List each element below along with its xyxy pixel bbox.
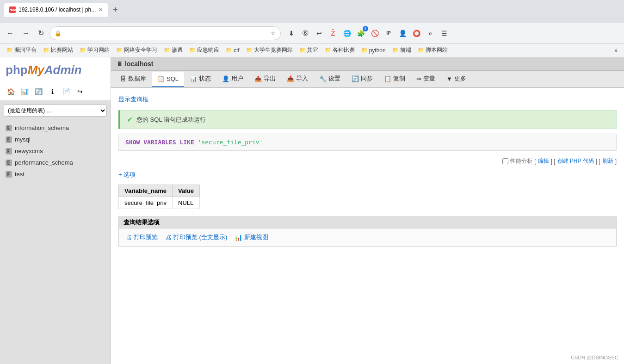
- bookmark-label: 比赛网站: [51, 46, 73, 54]
- new-view-link[interactable]: 📊 新建视图: [235, 233, 268, 241]
- logo-php: php: [6, 63, 28, 77]
- db-item-information-schema[interactable]: 🗄 information_schema: [0, 122, 111, 134]
- options-button[interactable]: + 选项: [118, 171, 136, 179]
- bookmark-incident-response[interactable]: 📁 应急响应: [186, 45, 222, 56]
- bookmark-frontend[interactable]: 📁 前端: [389, 45, 414, 56]
- bookmark-vulnerabilities[interactable]: 📁 漏洞平台: [4, 45, 39, 56]
- edit-link[interactable]: 编辑: [538, 157, 549, 165]
- exit-icon[interactable]: ↪: [75, 86, 85, 97]
- user-icon[interactable]: 👤: [396, 27, 408, 39]
- performance-label[interactable]: 性能分析: [502, 157, 532, 165]
- bookmark-label: 脚本网站: [426, 46, 448, 54]
- bookmarks-bar: 📁 漏洞平台 📁 比赛网站 📁 学习网站 📁 网络安全学习 📁 渗透 📁 应急响…: [0, 43, 624, 57]
- db-item-mysql[interactable]: 🗄 mysql: [0, 134, 111, 145]
- success-message: ✔ 您的 SQL 语句已成功运行: [118, 110, 617, 129]
- bookmark-more[interactable]: »: [612, 46, 620, 55]
- chart-icon[interactable]: 📊: [19, 86, 30, 97]
- security-icon: 🔒: [55, 30, 62, 37]
- block-icon[interactable]: 🚫: [369, 27, 381, 39]
- extensions-icon[interactable]: ⑥: [299, 27, 311, 39]
- db-item-performance-schema[interactable]: 🗄 performance_schema: [0, 157, 111, 168]
- folder-icon: 📁: [164, 47, 170, 53]
- circle-icon[interactable]: ⭕: [410, 27, 422, 39]
- results-table: Variable_name Value secure_file_priv NUL…: [118, 185, 200, 209]
- bookmark-competition[interactable]: 📁 比赛网站: [40, 45, 76, 56]
- bookmark-pentest[interactable]: 📁 渗透: [161, 45, 185, 56]
- show-query-link[interactable]: 显示查询框: [118, 93, 148, 105]
- refresh-link[interactable]: 刷新: [602, 157, 613, 165]
- sql-keyword1: SHOW VARIABLES LIKE: [125, 139, 194, 146]
- bookmark-label: python: [369, 47, 386, 54]
- menu-icon[interactable]: ☰: [438, 27, 450, 39]
- active-tab[interactable]: PMA 192.168.0.106 / localhost | ph... ✕: [4, 3, 108, 17]
- tab-export[interactable]: 📤 导出: [249, 71, 281, 87]
- tab-title: 192.168.0.106 / localhost | ph...: [19, 6, 96, 13]
- folder-icon: 📁: [299, 47, 306, 53]
- bookmark-learning[interactable]: 📁 学习网站: [77, 45, 112, 56]
- tab-import[interactable]: 📥 导入: [281, 71, 314, 87]
- watermark: CSDN @DBINGSEC: [571, 355, 618, 360]
- bookmark-python[interactable]: 📁 python: [358, 46, 389, 55]
- bookmark-university-competition[interactable]: 📁 大学生竞赛网站: [243, 45, 296, 56]
- bookmark-label: 学习网站: [87, 46, 110, 54]
- browser-chrome: PMA 192.168.0.106 / localhost | ph... ✕ …: [0, 0, 624, 23]
- tab-sync[interactable]: 🔄 同步: [346, 71, 378, 87]
- tab-settings-label: 设置: [328, 74, 340, 83]
- bookmark-star-icon[interactable]: ☆: [271, 30, 276, 37]
- tab-close-button[interactable]: ✕: [99, 7, 103, 13]
- settings-tab-icon: 🔧: [319, 75, 327, 82]
- db-item-newyxcms[interactable]: 🗄 newyxcms: [0, 145, 111, 157]
- logo-my: My: [28, 63, 44, 77]
- db-name: mysql: [15, 136, 31, 143]
- google-icon[interactable]: 🌐: [341, 27, 353, 39]
- bookmark-other[interactable]: 📁 其它: [297, 45, 321, 56]
- reload-button[interactable]: ↻: [35, 27, 47, 39]
- bookmark-various-competitions[interactable]: 📁 各种比赛: [322, 45, 358, 56]
- server-icon: 🖥: [117, 61, 122, 67]
- bookmark-label: 应急响应: [197, 46, 219, 54]
- print-preview-fulltext-link[interactable]: 🖨 打印预览 (全文显示): [165, 233, 227, 241]
- tab-more[interactable]: ▼ 更多: [441, 71, 472, 87]
- bookmark-label: 网络安全学习: [124, 46, 157, 54]
- folder-icon: 📁: [325, 47, 331, 53]
- tab-variables[interactable]: ⇒ 变量: [411, 71, 441, 87]
- print-preview-link[interactable]: 🖨 打印预览: [125, 233, 158, 241]
- translate-icon[interactable]: Z̃: [327, 27, 339, 39]
- back-button[interactable]: ←: [4, 27, 17, 39]
- info-icon[interactable]: ℹ: [47, 86, 57, 97]
- history-icon[interactable]: ↩: [313, 27, 325, 39]
- forward-button[interactable]: →: [19, 27, 32, 39]
- tab-copy[interactable]: 📋 复制: [378, 71, 411, 87]
- download-icon[interactable]: ⬇: [285, 27, 297, 39]
- file-icon[interactable]: 📄: [61, 86, 71, 97]
- tab-status[interactable]: 📊 状态: [184, 71, 216, 87]
- bookmark-security-learning[interactable]: 📁 网络安全学习: [113, 45, 160, 56]
- address-bar[interactable]: 🔒 192.168.0.106/phpmyadmin/... ☆: [49, 26, 281, 40]
- result-options-title: 查询结果选项: [119, 217, 616, 228]
- print-preview-label: 打印预览: [134, 233, 158, 241]
- home-icon[interactable]: 🏠: [6, 86, 16, 97]
- sql-tab-icon: 📋: [157, 75, 165, 82]
- logo-text: phpMyAdmin: [6, 63, 82, 77]
- col-value: Value: [173, 185, 200, 197]
- browser-tabs: PMA 192.168.0.106 / localhost | ph... ✕ …: [0, 0, 624, 17]
- sync-icon[interactable]: 🔄: [33, 86, 43, 97]
- ip-icon[interactable]: IP: [383, 27, 395, 39]
- tab-databases[interactable]: 🗄 数据库: [115, 71, 152, 87]
- more-tools-icon[interactable]: »: [424, 27, 436, 39]
- bookmark-ctf[interactable]: 📁 ctf: [223, 46, 242, 55]
- new-tab-button[interactable]: +: [110, 5, 121, 15]
- tab-copy-label: 复制: [393, 74, 405, 83]
- tab-databases-label: 数据库: [128, 74, 146, 83]
- logo-admin: Admin: [44, 63, 82, 77]
- db-item-test[interactable]: 🗄 test: [0, 168, 111, 180]
- performance-checkbox[interactable]: [502, 158, 508, 164]
- url-input[interactable]: 192.168.0.106/phpmyadmin/...: [64, 30, 268, 37]
- bookmark-scripts[interactable]: 📁 脚本网站: [415, 45, 451, 56]
- tab-users[interactable]: 👤 用户: [216, 71, 249, 87]
- create-php-link[interactable]: 创建 PHP 代码: [557, 157, 594, 165]
- recent-table-select[interactable]: (最近使用的表) ...: [4, 105, 107, 117]
- tab-sql[interactable]: 📋 SQL: [152, 72, 184, 87]
- puzzle-icon[interactable]: 🧩 8: [355, 27, 367, 39]
- tab-settings[interactable]: 🔧 设置: [314, 71, 346, 87]
